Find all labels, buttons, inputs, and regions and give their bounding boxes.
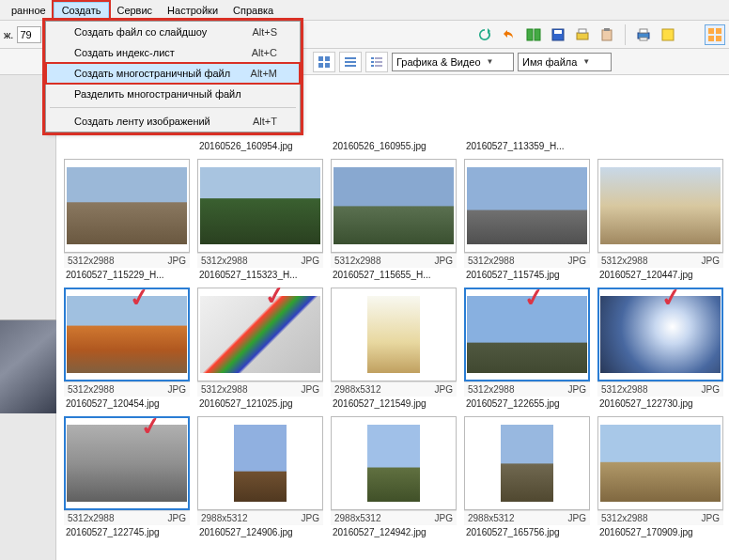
thumb-dim: 5312x2988 xyxy=(68,513,115,523)
thumb-box xyxy=(331,159,457,253)
svg-rect-25 xyxy=(371,61,374,63)
thumb-image xyxy=(600,296,721,373)
thumb-fmt: JPG xyxy=(702,256,720,266)
svg-rect-11 xyxy=(662,29,674,40)
thumb-fmt: JPG xyxy=(435,513,453,523)
thumb-item[interactable]: ✓ 5312x2988JPG 20160527_121025.jpg xyxy=(197,288,323,409)
menu-shortcut: Alt+M xyxy=(251,68,277,79)
thumb-dim: 5312x2988 xyxy=(68,384,115,395)
thumb-filename: 20160527_115745.jpg xyxy=(464,268,590,280)
thumb-filename: 20160527_120454.jpg xyxy=(64,397,190,409)
thumb-box xyxy=(64,288,190,381)
create-menu-dropdown: Создать файл со слайдшоу Alt+S Создать и… xyxy=(45,21,301,132)
thumb-dim: 5312x2988 xyxy=(601,513,648,523)
tool-icon[interactable] xyxy=(658,24,678,45)
chevron-down-icon: ▼ xyxy=(582,57,590,66)
thumb-meta: 5312x2988JPG xyxy=(597,381,723,397)
thumb-fmt: JPG xyxy=(702,384,720,395)
zoom-input[interactable] xyxy=(17,26,41,43)
thumb-item[interactable]: 5312x2988JPG 20160527_115745.jpg xyxy=(464,159,590,280)
thumb-item[interactable]: ✓ 5312x2988JPG 20160527_122730.jpg xyxy=(597,288,723,409)
thumb-dim: 2988x5312 xyxy=(334,513,381,523)
menu-create-strip[interactable]: Создать ленту изображений Alt+T xyxy=(46,111,300,132)
thumb-filename: 20160527_115655_H... xyxy=(331,268,457,280)
thumb-meta: 2988x5312JPG xyxy=(331,510,457,525)
thumb-item[interactable]: 2988x5312JPG 20160527_124942.jpg xyxy=(331,416,457,537)
svg-rect-26 xyxy=(375,61,382,63)
thumb-filename: 20160527_165756.jpg xyxy=(464,525,590,537)
thumb-meta: 5312x2988JPG xyxy=(597,510,723,525)
thumb-filename: 20160527_122745.jpg xyxy=(64,525,190,537)
svg-rect-16 xyxy=(318,56,323,61)
refresh-icon[interactable] xyxy=(474,24,495,45)
svg-rect-17 xyxy=(325,56,330,61)
undo-icon[interactable] xyxy=(499,24,520,45)
thumb-dim: 5312x2988 xyxy=(201,256,248,266)
svg-rect-12 xyxy=(708,28,714,34)
svg-rect-3 xyxy=(554,30,562,34)
thumb-meta: 5312x2988JPG xyxy=(331,253,457,268)
thumb-image xyxy=(467,296,587,373)
thumb-image xyxy=(200,296,320,373)
thumb-item[interactable]: 5312x2988JPG 20160527_115655_H... xyxy=(331,159,457,280)
menu-create-indexlist[interactable]: Создать индекс-лист Alt+C xyxy=(46,42,300,63)
chevron-down-icon: ▼ xyxy=(487,57,494,66)
view-details[interactable] xyxy=(365,52,388,72)
thumb-item[interactable]: 2988x5312JPG 20160527_121549.jpg xyxy=(331,288,457,409)
thumb-filename: 20160527_121025.jpg xyxy=(197,397,323,409)
menu-service[interactable]: Сервис xyxy=(109,3,160,18)
sort-combo-label: Имя файла xyxy=(522,56,577,68)
thumb-meta: 5312x2988JPG xyxy=(64,253,190,268)
menu-help[interactable]: Справка xyxy=(225,3,281,18)
thumb-item[interactable]: 20160527_113359_H... xyxy=(464,85,590,151)
panels-icon[interactable] xyxy=(523,24,544,45)
thumb-box xyxy=(464,159,590,253)
menu-create[interactable]: Создать xyxy=(54,2,110,19)
thumb-box xyxy=(197,416,323,510)
view-list[interactable] xyxy=(339,52,362,72)
menu-create-slideshow[interactable]: Создать файл со слайдшоу Alt+S xyxy=(46,22,300,42)
thumbnails-mode-icon[interactable] xyxy=(705,24,725,45)
thumb-item[interactable]: ✓ 5312x2988JPG 20160527_122745.jpg xyxy=(64,416,190,537)
thumb-item[interactable]: 2988x5312JPG 20160527_124906.jpg xyxy=(197,416,323,537)
thumb-meta: 5312x2988JPG xyxy=(64,510,190,525)
svg-rect-1 xyxy=(535,29,540,40)
clipboard-icon[interactable] xyxy=(597,24,617,45)
thumb-meta: 2988x5312JPG xyxy=(331,381,457,397)
menu-split-multipage[interactable]: Разделить многостраничный файл xyxy=(46,84,300,104)
save-icon[interactable] xyxy=(548,24,568,45)
thumb-item[interactable]: 2988x5312JPG 20160527_165756.jpg xyxy=(464,416,590,537)
thumb-image xyxy=(67,296,187,373)
thumb-filename: 20160527_115229_H... xyxy=(64,268,190,280)
menu-favorites[interactable]: ранное xyxy=(4,3,54,18)
thumb-meta: 2988x5312JPG xyxy=(464,510,590,525)
thumb-box xyxy=(64,159,190,253)
thumb-image xyxy=(333,167,454,244)
filter-combo[interactable]: Графика & Видео ▼ xyxy=(392,53,514,71)
menu-create-multipage[interactable]: Создать многостраничный файл Alt+M xyxy=(46,63,300,84)
thumb-meta: 5312x2988JPG xyxy=(197,381,323,397)
thumb-dim: 2988x5312 xyxy=(468,513,515,523)
print-icon[interactable] xyxy=(633,24,654,45)
thumb-filename: 20160527_122655.jpg xyxy=(464,397,590,409)
thumb-item[interactable]: 5312x2988JPG 20160527_115229_H... xyxy=(64,159,190,280)
thumb-item[interactable]: ✓ 5312x2988JPG 20160527_122655.jpg xyxy=(464,288,590,409)
thumb-box xyxy=(197,159,323,253)
scanner-icon[interactable] xyxy=(572,24,593,45)
thumb-item[interactable]: 20160526_160955.jpg xyxy=(331,85,457,151)
svg-rect-28 xyxy=(375,65,382,67)
svg-rect-15 xyxy=(716,36,721,41)
thumb-item[interactable]: 5312x2988JPG 20160527_115323_H... xyxy=(197,159,323,280)
thumb-dim: 5312x2988 xyxy=(601,384,648,395)
thumb-fmt: JPG xyxy=(168,384,186,395)
thumb-item[interactable]: ✓ 5312x2988JPG 20160527_120454.jpg xyxy=(64,288,190,409)
thumb-box xyxy=(331,288,457,381)
view-large-icons[interactable] xyxy=(313,52,335,72)
menu-label: Создать ленту изображений xyxy=(74,116,210,127)
thumb-item[interactable]: 5312x2988JPG 20160527_170909.jpg xyxy=(597,416,723,537)
sort-combo[interactable]: Имя файла ▼ xyxy=(518,53,612,71)
svg-rect-7 xyxy=(604,28,610,31)
menu-settings[interactable]: Настройки xyxy=(160,3,225,18)
thumb-box xyxy=(197,288,323,381)
thumb-item[interactable]: 5312x2988JPG 20160527_120447.jpg xyxy=(597,159,723,280)
